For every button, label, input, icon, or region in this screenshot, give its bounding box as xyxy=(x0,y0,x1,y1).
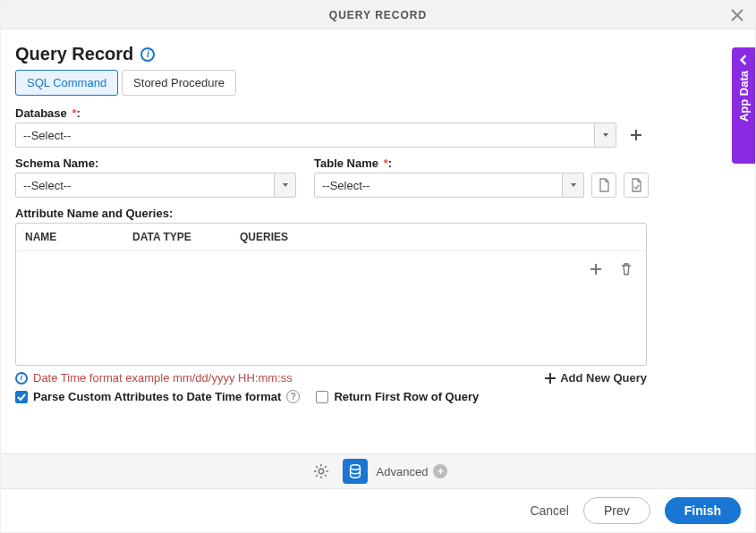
titlebar: QUERY RECORD xyxy=(1,1,755,30)
help-icon[interactable]: ? xyxy=(286,390,300,403)
add-new-query-label: Add New Query xyxy=(560,371,647,385)
chevron-left-icon xyxy=(738,55,749,65)
caret-down-icon xyxy=(274,173,295,197)
file-icon xyxy=(597,178,611,192)
tab-sql-command[interactable]: SQL Command xyxy=(15,70,118,96)
database-label: Database *: xyxy=(15,106,649,120)
caret-down-icon xyxy=(594,123,616,147)
database-tool-button[interactable] xyxy=(343,459,368,484)
info-icon: i xyxy=(15,372,28,385)
advanced-toggle[interactable]: Advanced + xyxy=(377,464,448,478)
add-attribute-button[interactable] xyxy=(583,257,608,282)
window-title: QUERY RECORD xyxy=(329,9,427,21)
info-icon[interactable]: i xyxy=(140,47,155,62)
checkbox-checked-icon xyxy=(15,391,28,403)
query-record-window: QUERY RECORD App Data Query Record i SQL… xyxy=(0,0,756,533)
plus-icon xyxy=(589,262,603,276)
expand-plus-icon: + xyxy=(433,464,447,478)
file-icon xyxy=(629,178,643,192)
table-action-2-button[interactable] xyxy=(624,173,649,198)
table-action-1-button[interactable] xyxy=(591,173,616,198)
page-title: Query Record xyxy=(15,44,133,64)
app-data-side-tab[interactable]: App Data xyxy=(732,47,755,164)
settings-tool-button[interactable] xyxy=(309,459,334,484)
col-queries-header: QUERIES xyxy=(240,231,637,243)
date-time-example-text: Date Time format example mm/dd/yyyy HH:m… xyxy=(33,371,293,385)
delete-attribute-button[interactable] xyxy=(614,257,639,282)
attribute-table: NAME DATA TYPE QUERIES xyxy=(15,223,647,366)
attribute-table-header: NAME DATA TYPE QUERIES xyxy=(16,224,646,251)
required-star: * xyxy=(72,106,76,120)
advanced-label-text: Advanced xyxy=(377,465,429,478)
close-button[interactable] xyxy=(726,4,748,26)
schema-table-row: Schema Name: --Select-- Table Name *: --… xyxy=(15,157,649,198)
table-select-value: --Select-- xyxy=(315,179,562,192)
required-star: * xyxy=(384,157,388,170)
attribute-table-body xyxy=(16,251,646,365)
info-line: i Date Time format example mm/dd/yyyy HH… xyxy=(15,371,647,385)
gear-icon xyxy=(313,463,329,479)
footer: Cancel Prev Finish xyxy=(1,489,755,532)
trash-icon xyxy=(619,262,633,276)
return-first-row-label: Return First Row of Query xyxy=(334,390,479,403)
content-area: Query Record i SQL Command Stored Proced… xyxy=(1,30,755,403)
prev-button[interactable]: Prev xyxy=(583,497,650,524)
app-data-label: App Data xyxy=(737,71,751,122)
return-first-row-checkbox[interactable]: Return First Row of Query xyxy=(316,390,479,403)
schema-select-value: --Select-- xyxy=(16,179,274,192)
add-new-query-button[interactable]: Add New Query xyxy=(544,371,647,385)
plus-icon xyxy=(544,372,556,385)
database-row: Database *: --Select-- xyxy=(15,106,649,148)
col-name-header: NAME xyxy=(25,231,132,243)
tab-stored-procedure[interactable]: Stored Procedure xyxy=(122,70,236,96)
finish-button[interactable]: Finish xyxy=(665,497,741,524)
svg-point-8 xyxy=(319,469,323,473)
database-label-text: Database xyxy=(15,106,70,120)
schema-select[interactable]: --Select-- xyxy=(15,173,296,198)
database-select-value: --Select-- xyxy=(16,129,594,142)
cancel-button[interactable]: Cancel xyxy=(530,503,569,518)
bottom-toolbar: Advanced + xyxy=(1,453,755,489)
caret-down-icon xyxy=(562,173,583,197)
parse-custom-checkbox[interactable]: Parse Custom Attributes to Date Time for… xyxy=(15,390,300,403)
page-title-row: Query Record i xyxy=(15,44,741,64)
parse-custom-label: Parse Custom Attributes to Date Time for… xyxy=(33,390,281,403)
close-icon xyxy=(731,9,743,21)
table-label: Table Name *: xyxy=(314,157,649,170)
checkbox-row: Parse Custom Attributes to Date Time for… xyxy=(15,390,741,403)
add-database-button[interactable] xyxy=(624,123,649,148)
col-datatype-header: DATA TYPE xyxy=(132,231,240,243)
tab-strip: SQL Command Stored Procedure xyxy=(15,70,741,96)
table-label-text: Table Name xyxy=(314,157,382,170)
svg-point-9 xyxy=(350,465,360,470)
attribute-label: Attribute Name and Queries: xyxy=(15,207,741,220)
database-icon xyxy=(347,463,363,479)
database-select[interactable]: --Select-- xyxy=(15,123,616,148)
checkbox-unchecked-icon xyxy=(316,391,328,403)
plus-icon xyxy=(629,128,643,142)
table-select[interactable]: --Select-- xyxy=(314,173,584,198)
schema-label: Schema Name: xyxy=(15,157,296,170)
